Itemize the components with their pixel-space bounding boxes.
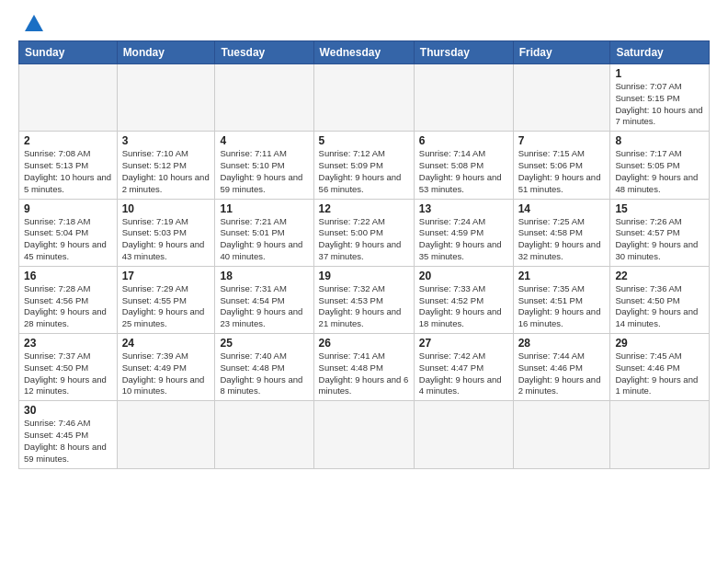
calendar-cell: 15Sunrise: 7:26 AM Sunset: 4:57 PM Dayli… — [610, 199, 710, 266]
day-info: Sunrise: 7:39 AM Sunset: 4:49 PM Dayligh… — [122, 350, 210, 397]
calendar-cell: 29Sunrise: 7:45 AM Sunset: 4:46 PM Dayli… — [610, 334, 710, 401]
calendar-cell — [414, 401, 513, 468]
calendar-cell — [19, 64, 118, 132]
day-info: Sunrise: 7:21 AM Sunset: 5:01 PM Dayligh… — [220, 216, 308, 263]
logo-triangle-icon — [25, 15, 43, 31]
day-info: Sunrise: 7:46 AM Sunset: 4:45 PM Dayligh… — [24, 418, 112, 465]
day-number: 14 — [518, 202, 606, 215]
calendar-cell: 5Sunrise: 7:12 AM Sunset: 5:09 PM Daylig… — [313, 132, 414, 199]
calendar-cell — [215, 64, 313, 132]
calendar-week-row: 9Sunrise: 7:18 AM Sunset: 5:04 PM Daylig… — [19, 199, 710, 266]
day-number: 6 — [419, 134, 508, 147]
day-info: Sunrise: 7:24 AM Sunset: 4:59 PM Dayligh… — [419, 216, 508, 263]
day-info: Sunrise: 7:18 AM Sunset: 5:04 PM Dayligh… — [24, 216, 112, 263]
day-number: 28 — [518, 337, 606, 350]
day-number: 15 — [615, 202, 704, 215]
logo-area — [18, 15, 43, 33]
calendar-header-monday: Monday — [117, 41, 215, 64]
day-number: 4 — [220, 134, 308, 147]
calendar-cell — [513, 401, 610, 468]
day-number: 29 — [615, 337, 704, 350]
calendar-cell: 23Sunrise: 7:37 AM Sunset: 4:50 PM Dayli… — [19, 334, 118, 401]
day-number: 10 — [122, 202, 210, 215]
calendar-cell: 14Sunrise: 7:25 AM Sunset: 4:58 PM Dayli… — [513, 199, 610, 266]
calendar-cell: 6Sunrise: 7:14 AM Sunset: 5:08 PM Daylig… — [414, 132, 513, 199]
day-info: Sunrise: 7:10 AM Sunset: 5:12 PM Dayligh… — [122, 148, 210, 195]
calendar-cell: 22Sunrise: 7:36 AM Sunset: 4:50 PM Dayli… — [610, 266, 710, 333]
day-info: Sunrise: 7:41 AM Sunset: 4:48 PM Dayligh… — [319, 350, 409, 397]
day-info: Sunrise: 7:28 AM Sunset: 4:56 PM Dayligh… — [24, 283, 112, 330]
calendar-cell — [215, 401, 313, 468]
calendar-cell: 21Sunrise: 7:35 AM Sunset: 4:51 PM Dayli… — [513, 266, 610, 333]
day-number: 12 — [319, 202, 409, 215]
calendar-cell: 8Sunrise: 7:17 AM Sunset: 5:05 PM Daylig… — [610, 132, 710, 199]
calendar-cell: 9Sunrise: 7:18 AM Sunset: 5:04 PM Daylig… — [19, 199, 118, 266]
calendar-cell: 27Sunrise: 7:42 AM Sunset: 4:47 PM Dayli… — [414, 334, 513, 401]
calendar-cell: 18Sunrise: 7:31 AM Sunset: 4:54 PM Dayli… — [215, 266, 313, 333]
calendar-header-row: SundayMondayTuesdayWednesdayThursdayFrid… — [19, 41, 710, 64]
day-number: 19 — [319, 270, 409, 282]
day-info: Sunrise: 7:19 AM Sunset: 5:03 PM Dayligh… — [122, 216, 210, 263]
calendar-cell: 16Sunrise: 7:28 AM Sunset: 4:56 PM Dayli… — [19, 266, 118, 333]
day-number: 30 — [24, 404, 112, 417]
day-info: Sunrise: 7:40 AM Sunset: 4:48 PM Dayligh… — [220, 350, 308, 397]
day-number: 7 — [518, 134, 606, 147]
day-info: Sunrise: 7:32 AM Sunset: 4:53 PM Dayligh… — [319, 283, 409, 330]
day-number: 8 — [615, 134, 704, 147]
day-info: Sunrise: 7:26 AM Sunset: 4:57 PM Dayligh… — [615, 216, 704, 263]
calendar-cell — [117, 401, 215, 468]
calendar-cell — [313, 401, 414, 468]
day-info: Sunrise: 7:07 AM Sunset: 5:15 PM Dayligh… — [615, 81, 704, 128]
calendar-header-saturday: Saturday — [610, 41, 710, 64]
calendar-cell: 11Sunrise: 7:21 AM Sunset: 5:01 PM Dayli… — [215, 199, 313, 266]
day-number: 11 — [220, 202, 308, 215]
day-info: Sunrise: 7:31 AM Sunset: 4:54 PM Dayligh… — [220, 283, 308, 330]
calendar-cell: 17Sunrise: 7:29 AM Sunset: 4:55 PM Dayli… — [117, 266, 215, 333]
calendar-cell: 4Sunrise: 7:11 AM Sunset: 5:10 PM Daylig… — [215, 132, 313, 199]
calendar-cell: 20Sunrise: 7:33 AM Sunset: 4:52 PM Dayli… — [414, 266, 513, 333]
day-number: 3 — [122, 134, 210, 147]
calendar-week-row: 23Sunrise: 7:37 AM Sunset: 4:50 PM Dayli… — [19, 334, 710, 401]
day-info: Sunrise: 7:29 AM Sunset: 4:55 PM Dayligh… — [122, 283, 210, 330]
calendar-cell: 28Sunrise: 7:44 AM Sunset: 4:46 PM Dayli… — [513, 334, 610, 401]
calendar-cell: 3Sunrise: 7:10 AM Sunset: 5:12 PM Daylig… — [117, 132, 215, 199]
calendar-week-row: 30Sunrise: 7:46 AM Sunset: 4:45 PM Dayli… — [19, 401, 710, 468]
day-info: Sunrise: 7:25 AM Sunset: 4:58 PM Dayligh… — [518, 216, 606, 263]
calendar-cell: 30Sunrise: 7:46 AM Sunset: 4:45 PM Dayli… — [19, 401, 118, 468]
day-info: Sunrise: 7:35 AM Sunset: 4:51 PM Dayligh… — [518, 283, 606, 330]
calendar-cell: 26Sunrise: 7:41 AM Sunset: 4:48 PM Dayli… — [313, 334, 414, 401]
day-number: 24 — [122, 337, 210, 350]
calendar-header-thursday: Thursday — [414, 41, 513, 64]
calendar-cell: 2Sunrise: 7:08 AM Sunset: 5:13 PM Daylig… — [19, 132, 118, 199]
day-number: 16 — [24, 270, 112, 282]
calendar-week-row: 2Sunrise: 7:08 AM Sunset: 5:13 PM Daylig… — [19, 132, 710, 199]
day-number: 1 — [615, 67, 704, 80]
day-info: Sunrise: 7:33 AM Sunset: 4:52 PM Dayligh… — [419, 283, 508, 330]
calendar-cell: 19Sunrise: 7:32 AM Sunset: 4:53 PM Dayli… — [313, 266, 414, 333]
day-info: Sunrise: 7:12 AM Sunset: 5:09 PM Dayligh… — [319, 148, 409, 195]
calendar-cell: 10Sunrise: 7:19 AM Sunset: 5:03 PM Dayli… — [117, 199, 215, 266]
day-number: 26 — [319, 337, 409, 350]
day-number: 25 — [220, 337, 308, 350]
day-info: Sunrise: 7:45 AM Sunset: 4:46 PM Dayligh… — [615, 350, 704, 397]
day-number: 17 — [122, 270, 210, 282]
calendar-cell: 25Sunrise: 7:40 AM Sunset: 4:48 PM Dayli… — [215, 334, 313, 401]
calendar-header-sunday: Sunday — [19, 41, 118, 64]
calendar-cell — [610, 401, 710, 468]
calendar-header-wednesday: Wednesday — [313, 41, 414, 64]
day-info: Sunrise: 7:37 AM Sunset: 4:50 PM Dayligh… — [24, 350, 112, 397]
day-info: Sunrise: 7:44 AM Sunset: 4:46 PM Dayligh… — [518, 350, 606, 397]
calendar-cell: 13Sunrise: 7:24 AM Sunset: 4:59 PM Dayli… — [414, 199, 513, 266]
day-number: 2 — [24, 134, 112, 147]
calendar-cell — [513, 64, 610, 132]
logo — [18, 15, 43, 33]
page: SundayMondayTuesdayWednesdayThursdayFrid… — [0, 0, 728, 563]
day-number: 27 — [419, 337, 508, 350]
calendar-header-friday: Friday — [513, 41, 610, 64]
day-number: 13 — [419, 202, 508, 215]
calendar-cell — [313, 64, 414, 132]
calendar-cell: 12Sunrise: 7:22 AM Sunset: 5:00 PM Dayli… — [313, 199, 414, 266]
calendar-cell — [414, 64, 513, 132]
day-info: Sunrise: 7:17 AM Sunset: 5:05 PM Dayligh… — [615, 148, 704, 195]
day-info: Sunrise: 7:15 AM Sunset: 5:06 PM Dayligh… — [518, 148, 606, 195]
